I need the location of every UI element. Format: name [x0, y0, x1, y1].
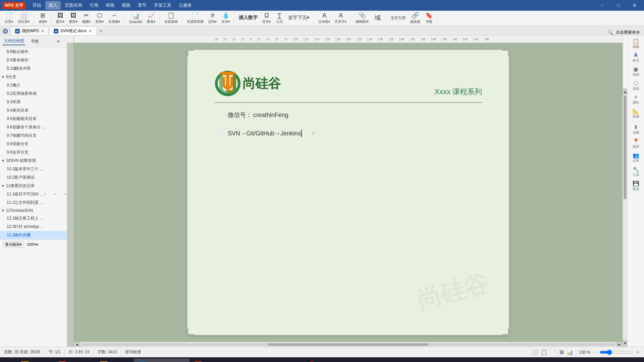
sidebar-item-122[interactable]: 12.2针对 archetyp ...: [0, 223, 67, 231]
horizontal-scroll[interactable]: ◄ ►: [74, 342, 623, 347]
sidebar-close-button[interactable]: ✕: [57, 39, 60, 44]
toolbar-btn-image[interactable]: 🖼 图片▾: [54, 12, 66, 24]
sidebar-item-95[interactable]: 9.5创建相关目录: [0, 115, 67, 123]
toolbar-btn-field[interactable]: 域: [372, 12, 384, 24]
menu-view[interactable]: 视图: [118, 1, 134, 10]
sidebar-zoom[interactable]: 100%▾: [27, 242, 38, 247]
v-scroll-track[interactable]: ▲ ▼: [623, 88, 627, 347]
toolbar-btn-header-footer[interactable]: 📄 页眉和页脚: [185, 12, 206, 24]
menu-cloud[interactable]: 云服务: [175, 1, 195, 10]
doc-scroll[interactable]: U 尚硅谷 Xxxx 课程系列 微信号： creathinFeng: [74, 43, 623, 342]
sidebar-item-121[interactable]: 12.1独立将工程上 ...: [0, 214, 67, 223]
sidebar-item-101[interactable]: 10.1版本库中三个 ...: [0, 165, 67, 173]
menu-layout[interactable]: 页面布局: [61, 1, 86, 10]
sidebar-item-96[interactable]: 9.6创建各个具体分 ...: [0, 123, 67, 131]
toolbar-btn-drop-cap[interactable]: 首字下沉▾: [286, 12, 311, 24]
sidebar-item-123[interactable]: 12.3操作步骤: [0, 231, 67, 239]
toolbar-btn-smartart[interactable]: 📊 SmartArt: [127, 12, 144, 24]
right-btn-backup[interactable]: 💾 备份: [628, 179, 644, 193]
toolbar-btn-formula[interactable]: ∑ 公式: [273, 12, 285, 24]
status-icon-2[interactable]: 📋: [541, 349, 547, 355]
tab-bar-search-label[interactable]: 点击搜索命令: [616, 29, 640, 35]
toolbar-btn-blank[interactable]: ⬜ 空白页▾: [16, 12, 32, 24]
taskbar-item-svndoc[interactable]: W SVN笔记.docx - WP...: [134, 359, 190, 362]
toolbar-btn-cross-ref[interactable]: 交叉引用: [389, 12, 408, 24]
wps-logo[interactable]: WPS 文字: [3, 2, 25, 9]
taskbar-item-subversion2[interactable]: 📁 subversion: [96, 359, 132, 362]
toolbar-btn-attach[interactable]: 📎 插附附件: [354, 12, 371, 24]
right-btn-share[interactable]: 👥 分享: [628, 151, 644, 165]
scroll-right-btn[interactable]: ►: [616, 342, 623, 347]
scroll-left-btn[interactable]: ◄: [74, 342, 80, 347]
taskbar-item-settings[interactable]: ⚙ Settings - TortoiseS...: [248, 359, 303, 362]
menu-insert[interactable]: 插入: [45, 1, 61, 10]
tab-svn-close[interactable]: ✕: [89, 29, 92, 34]
right-btn-select2[interactable]: ▣ 选择: [628, 65, 644, 78]
maximize-button[interactable]: □: [612, 0, 625, 11]
toolbar-btn-chart[interactable]: 📈 图表▾: [145, 12, 157, 24]
sidebar-tab-structure[interactable]: 文档结构图: [3, 38, 25, 45]
zoom-slider[interactable]: [600, 350, 633, 355]
sidebar-item-12[interactable]: ▼ 12TortoiseSVN: [0, 207, 67, 214]
h-scrollbar-track[interactable]: [81, 343, 615, 346]
status-spell[interactable]: 拼写检查: [125, 349, 141, 355]
toolbar-btn-gallery[interactable]: 🖼 图库▾: [67, 12, 79, 24]
sidebar-item-112[interactable]: 11.2让文件回到某 ...: [0, 198, 67, 207]
toolbar-btn-page-num[interactable]: # 页码▾: [206, 12, 219, 24]
v-scrollbar-thumb[interactable]: [624, 96, 627, 199]
menu-developer[interactable]: 开发工具: [151, 1, 175, 10]
right-btn-upload[interactable]: ⬆ 传图: [628, 123, 644, 136]
display-level-button[interactable]: 显示级别▾: [3, 241, 24, 248]
taskbar-item-pptx[interactable]: P 黑板.pptx - WPS 演示: [191, 359, 246, 362]
toolbar-btn-bookmark[interactable]: 🔖 书签: [423, 12, 435, 24]
toolbar-btn-online-table[interactable]: 📋 在线表格: [162, 12, 180, 24]
sidebar-item-102[interactable]: 10.2客户策测试: [0, 173, 67, 182]
status-zoom-plus[interactable]: ＋: [636, 349, 640, 355]
toolbar-btn-watermark[interactable]: 💧 水印▾: [219, 12, 232, 24]
sidebar-item-88[interactable]: 8.8检出操作: [0, 48, 67, 56]
sidebar-item-89[interactable]: 8.9基本操作: [0, 56, 67, 64]
status-icon-5[interactable]: 📊: [567, 349, 573, 355]
toolbar-btn-insert-num[interactable]: 插入数字: [237, 12, 260, 24]
sidebar-item-92[interactable]: 9.2应用场景举例: [0, 89, 67, 98]
right-btn-tools[interactable]: 🔧 工具: [628, 165, 644, 179]
toolbar-btn-page[interactable]: 📄 分页▾: [3, 12, 15, 24]
toolbar-btn-table[interactable]: ⊞ 表格▾: [37, 12, 49, 24]
sidebar-item-810[interactable]: 8.10解决冲突: [0, 64, 67, 73]
toolbar-btn-hyperlink[interactable]: 🔗 超链接: [408, 12, 422, 24]
taskbar-item-mindjet[interactable]: M Mindjet MindMana...: [304, 359, 357, 362]
tab-svn[interactable]: W SVN笔记.docx ✕: [49, 26, 96, 35]
status-zoom-minus[interactable]: －: [593, 349, 597, 355]
menu-reference[interactable]: 引用: [86, 1, 102, 10]
tab-add-button[interactable]: +: [97, 27, 105, 35]
sidebar-tab-bookmark[interactable]: 书签: [30, 38, 40, 45]
sidebar-item-97[interactable]: 9.7创建代码分支: [0, 131, 67, 140]
sidebar-item-98[interactable]: 9.8切换分支: [0, 140, 67, 148]
sidebar-item-99[interactable]: 9.9合并分支: [0, 148, 67, 157]
sidebar-item-10[interactable]: ▼ 10SVN 权限管理: [0, 157, 67, 165]
right-btn-style2[interactable]: A 样式: [628, 51, 644, 64]
right-btn-recommend[interactable]: 📍 推荐: [628, 137, 644, 150]
tab-search-icon[interactable]: 🔍: [607, 30, 613, 35]
h-scrollbar-thumb[interactable]: [268, 343, 428, 346]
status-icon-1[interactable]: ⬜: [531, 349, 538, 355]
tab-mywps[interactable]: W 我的WPS ✕: [11, 26, 49, 35]
close-button[interactable]: ✕: [628, 0, 641, 11]
toolbar-btn-textbox[interactable]: A 文本框▾: [316, 12, 332, 24]
sidebar-item-91[interactable]: 9.1概介: [0, 81, 67, 89]
scroll-down-btn[interactable]: ▼: [623, 340, 627, 347]
status-icon-3[interactable]: 📄: [550, 349, 557, 355]
tab-mywps-close[interactable]: ✕: [41, 29, 44, 34]
right-btn-shape2[interactable]: ⬡ 形状: [628, 79, 644, 93]
toolbar-btn-screenshot[interactable]: ✂ 截图▾: [80, 12, 93, 24]
sidebar-item-93[interactable]: 9.3作用: [0, 98, 67, 106]
menu-chapter[interactable]: 章节: [135, 1, 150, 10]
menu-start[interactable]: 开始: [29, 1, 45, 10]
toolbar-btn-shape[interactable]: ⬡ 形状▾: [93, 12, 106, 24]
sidebar-item-94[interactable]: 9.4相关目录: [0, 106, 67, 115]
content-section[interactable]: 📄 SVN→Git/GitHub→Jenkins I: [228, 130, 482, 137]
start-button[interactable]: [3, 359, 16, 362]
toolbar-btn-wordart[interactable]: A 艺术字▾: [333, 12, 348, 24]
taskbar-item-recordvedio[interactable]: ● RecordVedio: [55, 359, 95, 362]
toolbar-btn-symbol[interactable]: Ω 符号▾: [260, 12, 273, 24]
